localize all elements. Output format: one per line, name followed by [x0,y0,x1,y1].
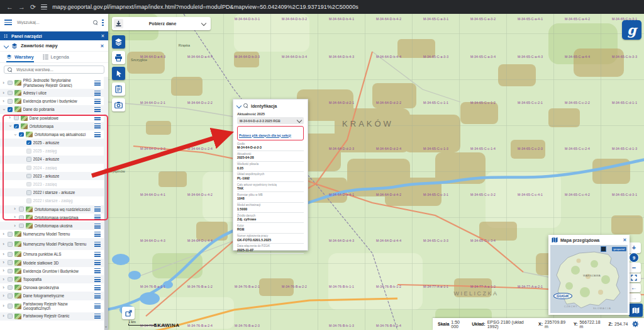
layer-checkbox[interactable] [8,91,13,96]
site-settings-icon[interactable] [41,4,47,9]
layer-row[interactable]: ›✓2025 - arkusze [0,139,108,147]
tree-chevron-icon[interactable]: › [1,81,6,86]
tab-legenda[interactable]: Legenda [43,52,69,62]
layer-row[interactable]: ›✓Dane do pobrania [0,105,108,113]
tree-chevron-icon[interactable]: › [1,293,6,299]
global-search-input[interactable] [16,20,89,25]
tree-chevron-icon[interactable]: › [13,224,17,229]
download-data-button[interactable]: Pobierz dane [112,17,211,30]
layer-checkbox[interactable] [8,242,13,247]
layer-checkbox[interactable]: ✓ [8,107,13,112]
tree-chevron-icon[interactable]: › [8,115,12,120]
layer-checkbox[interactable] [8,293,13,299]
layer-row[interactable]: ›Ewidencja Gruntów i Budynków [0,267,108,275]
settings-gear-icon[interactable] [632,321,639,327]
layer-row[interactable]: ›2024 - arkusze [0,156,108,164]
tree-chevron-icon[interactable]: › [1,242,6,247]
layer-menu-icon[interactable] [94,132,101,137]
layer-menu-icon[interactable] [94,242,101,247]
layer-checkbox[interactable] [19,207,24,212]
tree-chevron-icon[interactable]: › [1,285,6,290]
layer-row[interactable]: ›Numeryczny Model Pokrycia Terenu [0,238,108,250]
overview-toggle-button[interactable] [629,304,643,317]
layer-row[interactable]: ›2023 - zasięg [0,180,108,188]
clipboard-button[interactable] [112,82,125,96]
overview-map[interactable]: geoportal WARSZAWA CZECHY SŁOWACJA GUGiK [550,245,628,313]
layer-menu-icon[interactable] [94,107,101,112]
layers-tool-button[interactable] [112,35,125,48]
tree-chevron-icon[interactable]: › [1,268,6,273]
layer-row[interactable]: ›2023 - arkusze [0,172,108,180]
panel-close-icon[interactable]: × [101,33,104,39]
layer-checkbox[interactable] [26,149,31,154]
tree-chevron-icon[interactable]: › [13,215,17,220]
tree-chevron-icon[interactable]: › [1,91,6,96]
layer-checkbox[interactable] [8,314,13,319]
url-bar[interactable]: mapy.geoportal.gov.pl/imapnext/imap/inde… [52,4,358,10]
layer-checkbox[interactable] [8,285,13,290]
layer-menu-icon[interactable] [94,207,101,212]
tree-chevron-icon[interactable]: › [1,277,6,282]
layer-checkbox[interactable] [8,304,13,309]
tree-chevron-icon[interactable]: › [1,232,6,237]
layer-checkbox[interactable] [8,232,13,237]
layer-menu-icon[interactable] [94,293,101,299]
layer-checkbox[interactable] [8,252,13,257]
map-canvas[interactable]: M-34-64-D-b-3-1M-34-64-D-b-3-2M-34-64-D-… [108,14,644,330]
tree-chevron-icon[interactable]: › [1,260,6,265]
layer-checkbox[interactable] [8,260,13,265]
layer-menu-icon[interactable] [94,81,101,86]
overview-close-icon[interactable]: × [623,237,626,243]
browser-forward-icon[interactable]: → [18,4,25,11]
layer-menu-icon[interactable] [94,224,101,229]
tree-chevron-icon[interactable]: › [1,304,6,309]
layer-row[interactable]: ›PRG Jednostki Terytorialne (Państwowy R… [0,77,108,89]
share-view-button[interactable] [122,307,135,319]
layer-menu-icon[interactable] [94,285,101,290]
section-close-icon[interactable]: × [101,43,104,49]
layer-row[interactable]: ›✓Ortofotomapa wg aktualności [0,130,108,139]
search-icon[interactable] [93,20,98,25]
layer-checkbox[interactable]: ✓ [26,140,31,145]
tree-chevron-icon[interactable]: › [8,124,13,128]
layer-row[interactable]: ›Chmura punktów ALS [0,250,108,258]
browser-reload-icon[interactable]: ⟳ [30,4,36,11]
screenshot-button[interactable] [112,98,125,111]
layer-menu-icon[interactable] [94,91,101,96]
layer-search-input[interactable] [15,67,101,72]
layer-row[interactable]: ›Dane powiatowe [0,114,108,122]
layer-checkbox[interactable] [14,115,19,120]
layer-checkbox[interactable] [26,190,31,195]
layer-row[interactable]: ›Ortofotomapa ukośna [0,222,108,230]
layer-checkbox[interactable] [8,277,13,282]
geoportal-logo[interactable]: g [622,20,641,40]
layer-checkbox[interactable] [26,198,31,203]
scroll-down-icon[interactable]: ▼ [104,325,108,329]
layer-menu-icon[interactable] [94,314,101,319]
layer-row[interactable]: ›Osnowa geodezyjna [0,283,108,292]
scrollbar-thumb[interactable] [104,168,108,330]
layer-row[interactable]: ›Adresy i ulice [0,89,108,97]
layer-row[interactable]: ›✓Ortofotomapa [0,122,108,130]
layer-menu-icon[interactable] [94,215,101,220]
layer-row[interactable]: ›Ortofotomapa prawdziwa [0,213,108,222]
layer-row[interactable]: ›Ewidencja gruntów i budynków [0,97,108,105]
tree-chevron-icon[interactable]: › [1,107,6,111]
layer-row[interactable]: ›Numeryczny Model Terenu [0,230,108,238]
layer-menu-icon[interactable] [94,304,101,309]
browser-back-icon[interactable]: ← [6,4,13,11]
identify-tool-button[interactable] [112,67,125,80]
layer-checkbox[interactable] [8,269,13,274]
layer-row[interactable]: ›2022 i starsze - arkusze [0,188,108,196]
layer-row[interactable]: ›Ortofotomapa wg rozdzielczości [0,205,108,213]
tree-chevron-icon[interactable]: › [13,207,17,212]
section-chevron-icon[interactable] [4,43,9,48]
layer-row[interactable]: ›Modele siatkowe 3D [0,259,108,267]
layer-row[interactable]: ›2022 i starsze - zasięg [0,196,108,205]
layer-row[interactable]: ›Topografia [0,275,108,283]
more-options-icon[interactable] [102,19,104,26]
layer-menu-icon[interactable] [94,232,101,237]
layer-menu-icon[interactable] [94,260,101,265]
tree-chevron-icon[interactable]: › [1,314,6,319]
layer-menu-icon[interactable] [94,99,101,104]
